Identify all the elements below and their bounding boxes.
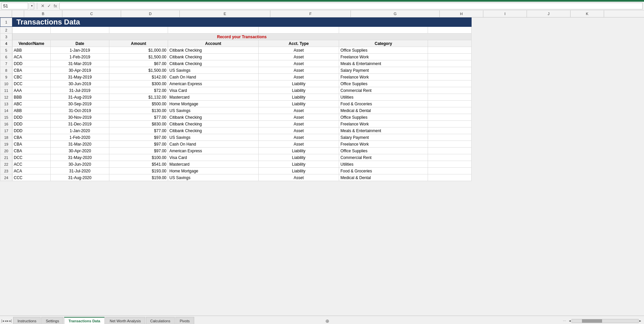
category-cell[interactable]: Medical & Dental [339, 107, 428, 114]
accttype-cell[interactable]: Liability [259, 161, 339, 168]
vendor-cell[interactable]: BBB [12, 94, 51, 101]
date-cell[interactable]: 31-Oct-2019 [51, 107, 109, 114]
account-cell[interactable]: Home Mortgage [168, 101, 259, 107]
date-cell[interactable]: 31-Jul-2020 [51, 168, 109, 174]
accttype-cell[interactable]: Liability [259, 94, 339, 101]
account-cell[interactable]: Visa Card [168, 154, 259, 161]
amount-cell[interactable]: $72.00 [109, 87, 168, 94]
category-cell[interactable]: Commercial Rent [339, 154, 428, 161]
vendor-cell[interactable]: CBA [12, 141, 51, 148]
accttype-cell[interactable]: Liability [259, 80, 339, 87]
account-cell[interactable]: Mastercard [168, 94, 259, 101]
date-cell[interactable]: 30-Jun-2019 [51, 80, 109, 87]
account-cell[interactable]: Mastercard [168, 161, 259, 168]
cell-name-box[interactable]: S1 [1, 3, 28, 9]
row2-f[interactable] [259, 27, 339, 34]
amount-cell[interactable]: $97.00 [109, 141, 168, 148]
sheet-tab-settings[interactable]: Settings [41, 317, 63, 324]
category-cell[interactable]: Food & Groceries [339, 168, 428, 174]
vendor-cell[interactable]: ABB [12, 107, 51, 114]
date-cell[interactable]: 1-Jan-2019 [51, 47, 109, 54]
date-cell[interactable]: 31-May-2020 [51, 154, 109, 161]
vendor-cell[interactable]: DCC [12, 80, 51, 87]
vendor-cell[interactable]: CCC [12, 174, 51, 181]
extra-cell[interactable] [428, 141, 472, 148]
account-cell[interactable]: Cash On Hand [168, 141, 259, 148]
category-cell[interactable]: Office Supplies [339, 148, 428, 154]
tab-arrow-prev[interactable]: ◂ [5, 319, 6, 323]
amount-cell[interactable]: $97.00 [109, 134, 168, 141]
accttype-cell[interactable]: Asset [259, 67, 339, 74]
vendor-cell[interactable]: ACA [12, 168, 51, 174]
extra-cell[interactable] [428, 161, 472, 168]
extra-cell[interactable] [428, 80, 472, 87]
category-cell[interactable]: Salary Payment [339, 134, 428, 141]
account-cell[interactable]: Visa Card [168, 87, 259, 94]
extra-cell[interactable] [428, 174, 472, 181]
extra-cell[interactable] [428, 60, 472, 67]
col-header-g[interactable]: G [351, 10, 440, 17]
category-cell[interactable]: Office Supplies [339, 114, 428, 121]
col-header-h[interactable]: H [440, 10, 483, 17]
accttype-cell[interactable]: Asset [259, 74, 339, 80]
date-cell[interactable]: 1-Jan-2020 [51, 127, 109, 134]
category-cell[interactable]: Freelance Work [339, 74, 428, 80]
col-header-d[interactable]: D [121, 10, 180, 17]
amount-cell[interactable]: $300.00 [109, 80, 168, 87]
date-cell[interactable]: 30-Nov-2019 [51, 114, 109, 121]
vendor-cell[interactable]: CBA [12, 148, 51, 154]
accttype-cell[interactable]: Asset [259, 141, 339, 148]
amount-cell[interactable]: $193.00 [109, 168, 168, 174]
account-cell[interactable]: Citibank Checking [168, 121, 259, 127]
row2-b[interactable] [12, 27, 51, 34]
formula-input[interactable] [59, 3, 643, 9]
extra-cell[interactable] [428, 47, 472, 54]
sheet-tab-instructions[interactable]: Instructions [13, 317, 41, 324]
accttype-cell[interactable]: Asset [259, 134, 339, 141]
account-cell[interactable]: American Express [168, 80, 259, 87]
category-cell[interactable]: Food & Groceries [339, 101, 428, 107]
col-header-f[interactable]: F [270, 10, 351, 17]
vendor-cell[interactable]: ABC [12, 101, 51, 107]
accttype-cell[interactable]: Liability [259, 87, 339, 94]
date-cell[interactable]: 31-Aug-2019 [51, 94, 109, 101]
category-cell[interactable]: Office Supplies [339, 47, 428, 54]
accttype-cell[interactable]: Asset [259, 114, 339, 121]
date-cell[interactable]: 30-Jun-2020 [51, 161, 109, 168]
account-cell[interactable]: Citibank Checking [168, 60, 259, 67]
function-icon[interactable]: fx [53, 3, 58, 8]
accttype-cell[interactable]: Asset [259, 127, 339, 134]
amount-cell[interactable]: $100.00 [109, 154, 168, 161]
row2-e[interactable] [168, 27, 259, 34]
extra-cell[interactable] [428, 54, 472, 60]
extra-cell[interactable] [428, 87, 472, 94]
account-cell[interactable]: American Express [168, 148, 259, 154]
account-cell[interactable]: Citibank Checking [168, 127, 259, 134]
account-cell[interactable]: US Savings [168, 107, 259, 114]
sheet-tab-net-worth-analysis[interactable]: Net Worth Analysis [105, 317, 145, 324]
account-cell[interactable]: Citibank Checking [168, 114, 259, 121]
account-cell[interactable]: US Savings [168, 174, 259, 181]
extra-cell[interactable] [428, 114, 472, 121]
accttype-cell[interactable]: Asset [259, 60, 339, 67]
account-cell[interactable]: Home Mortgage [168, 168, 259, 174]
extra-cell[interactable] [428, 127, 472, 134]
category-cell[interactable]: Office Supplies [339, 80, 428, 87]
amount-cell[interactable]: $500.00 [109, 101, 168, 107]
account-cell[interactable]: Citibank Checking [168, 47, 259, 54]
row2-c[interactable] [51, 27, 109, 34]
sheet-tab-pivots[interactable]: Pivots [175, 317, 194, 324]
extra-cell[interactable] [428, 168, 472, 174]
amount-cell[interactable]: $541.00 [109, 161, 168, 168]
accttype-cell[interactable]: Liability [259, 148, 339, 154]
extra-cell[interactable] [428, 67, 472, 74]
amount-cell[interactable]: $142.00 [109, 74, 168, 80]
col-header-a[interactable] [12, 10, 24, 17]
accttype-cell[interactable]: Liability [259, 154, 339, 161]
col-header-i[interactable]: I [483, 10, 527, 17]
vendor-cell[interactable]: DCC [12, 154, 51, 161]
date-cell[interactable]: 30-Apr-2020 [51, 148, 109, 154]
extra-cell[interactable] [428, 148, 472, 154]
vendor-cell[interactable]: CBC [12, 74, 51, 80]
category-cell[interactable]: Commercial Rent [339, 87, 428, 94]
